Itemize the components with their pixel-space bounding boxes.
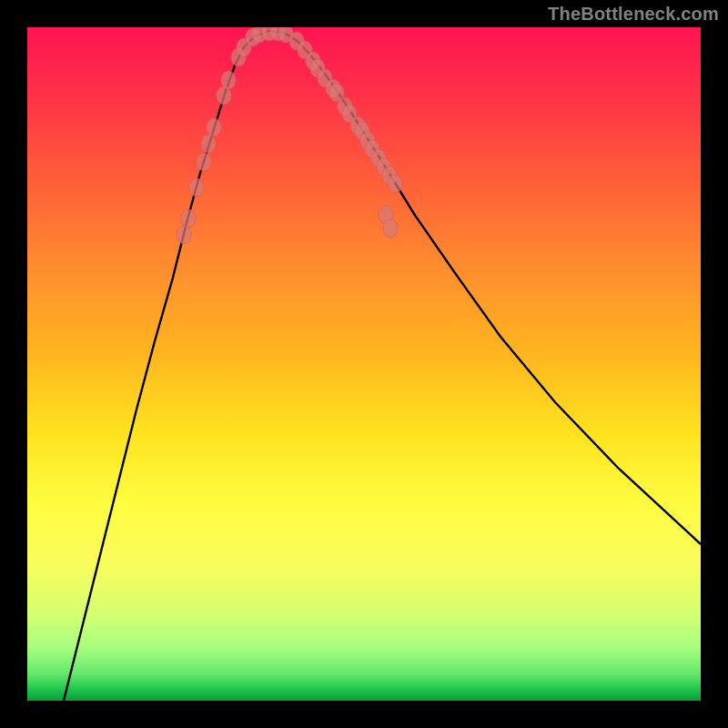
data-marker (207, 118, 221, 136)
plot-area (27, 27, 701, 701)
data-marker (181, 209, 196, 228)
data-marker (383, 219, 398, 238)
data-marker (221, 71, 236, 89)
chart-svg (27, 27, 701, 701)
data-marker (201, 135, 216, 153)
data-marker (388, 175, 402, 193)
watermark-text: TheBottleneck.com (548, 4, 719, 25)
data-marker (197, 153, 211, 171)
marker-group (177, 27, 402, 244)
v-curve-line (64, 31, 701, 701)
data-marker (177, 226, 191, 244)
chart-container: TheBottleneck.com (0, 0, 728, 728)
data-marker (189, 178, 204, 197)
